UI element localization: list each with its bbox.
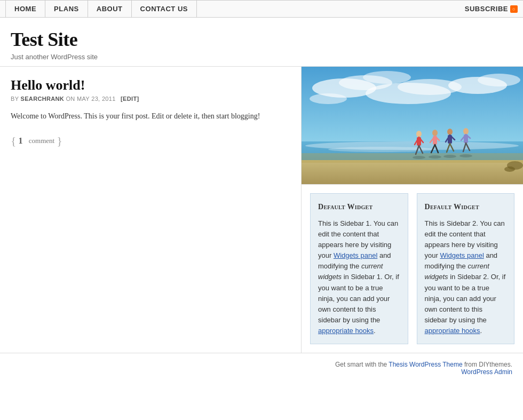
svg-point-7 xyxy=(310,93,347,104)
svg-point-38 xyxy=(413,156,425,159)
svg-point-6 xyxy=(478,74,520,86)
nav-item-about[interactable]: ABOUT xyxy=(88,1,132,17)
post-edit-link[interactable]: [EDIT] xyxy=(121,96,139,102)
footer-theme-link[interactable]: Thesis WordPress Theme xyxy=(389,361,462,368)
subscribe-button[interactable]: SUBSCRIBE ○ xyxy=(465,5,518,13)
sidebar: Default Widget This is Sidebar 1. You ca… xyxy=(302,67,523,353)
post-author[interactable]: SEARCHRANK xyxy=(21,96,65,102)
footer-line-2: WordPress Admin xyxy=(11,368,512,376)
footer-line-1: Get smart with the Thesis WordPress Them… xyxy=(11,361,512,368)
widget-1-link-2[interactable]: appropriate hooks xyxy=(318,327,374,335)
close-brace: } xyxy=(57,135,62,147)
content-area: Hello world! by SEARCHRANK on MAY 23, 20… xyxy=(0,67,302,353)
svg-point-41 xyxy=(459,154,472,157)
widget-2-text: This is Sidebar 2. You can edit the cont… xyxy=(425,218,507,337)
nav-left: HOME PLANS ABOUT CONTACT US xyxy=(5,1,197,17)
comment-number: 1 xyxy=(19,136,23,146)
widget-2-title: Default Widget xyxy=(425,201,507,213)
nav-item-home[interactable]: HOME xyxy=(5,1,45,17)
subscribe-label: SUBSCRIBE xyxy=(465,5,508,13)
svg-point-14 xyxy=(416,131,422,137)
site-header: Test Site Just another WordPress site xyxy=(0,18,523,66)
nav-item-contact[interactable]: CONTACT US xyxy=(132,1,197,17)
svg-point-43 xyxy=(504,167,515,172)
nav-item-plans[interactable]: PLANS xyxy=(45,1,88,17)
comments-count[interactable]: { 1 comment } xyxy=(11,135,290,147)
widget-2: Default Widget This is Sidebar 2. You ca… xyxy=(417,193,515,344)
svg-rect-13 xyxy=(302,153,523,163)
widget-1-link-1[interactable]: Widgets panel xyxy=(334,251,377,259)
widget-2-link-2[interactable]: appropriate hooks xyxy=(425,327,480,335)
site-title: Test Site xyxy=(11,28,512,51)
post-title: Hello world! xyxy=(11,77,290,93)
blog-post: Hello world! by SEARCHRANK on MAY 23, 20… xyxy=(11,77,290,147)
svg-point-8 xyxy=(363,71,411,84)
footer-text-after: from DIYthemes. xyxy=(463,361,512,368)
post-meta-on: on xyxy=(66,96,75,102)
svg-point-32 xyxy=(463,128,469,134)
post-meta: by SEARCHRANK on MAY 23, 2011 [EDIT] xyxy=(11,96,290,102)
open-brace: { xyxy=(11,135,17,147)
svg-point-40 xyxy=(443,155,456,158)
svg-rect-12 xyxy=(302,160,523,184)
post-body-text: Welcome to WordPress. This is your first… xyxy=(11,110,290,122)
post-meta-by: by xyxy=(11,96,19,102)
svg-point-26 xyxy=(447,129,453,135)
widget-1-text-end: . xyxy=(374,327,376,335)
widget-1-title: Default Widget xyxy=(318,201,400,213)
post-body: Welcome to WordPress. This is your first… xyxy=(11,110,290,122)
widget-1: Default Widget This is Sidebar 1. You ca… xyxy=(310,193,408,344)
footer: Get smart with the Thesis WordPress Them… xyxy=(0,353,523,383)
post-date: MAY 23, 2011 xyxy=(77,96,116,102)
main-layout: Hello world! by SEARCHRANK on MAY 23, 20… xyxy=(0,66,523,353)
svg-point-39 xyxy=(429,155,441,159)
widget-2-text-end: . xyxy=(480,327,482,335)
svg-point-20 xyxy=(432,130,438,136)
widget-area: Default Widget This is Sidebar 1. You ca… xyxy=(302,184,523,353)
footer-admin-link[interactable]: WordPress Admin xyxy=(461,368,512,376)
widget-2-link-1[interactable]: Widgets panel xyxy=(440,251,484,259)
navigation-bar: HOME PLANS ABOUT CONTACT US SUBSCRIBE ○ xyxy=(0,0,523,18)
comment-label: comment xyxy=(29,137,54,145)
rss-icon: ○ xyxy=(510,5,518,13)
site-tagline: Just another WordPress site xyxy=(11,53,512,61)
widget-1-text: This is Sidebar 1. You can edit the cont… xyxy=(318,218,400,337)
featured-image xyxy=(302,67,523,184)
footer-text-before: Get smart with the xyxy=(335,361,389,368)
